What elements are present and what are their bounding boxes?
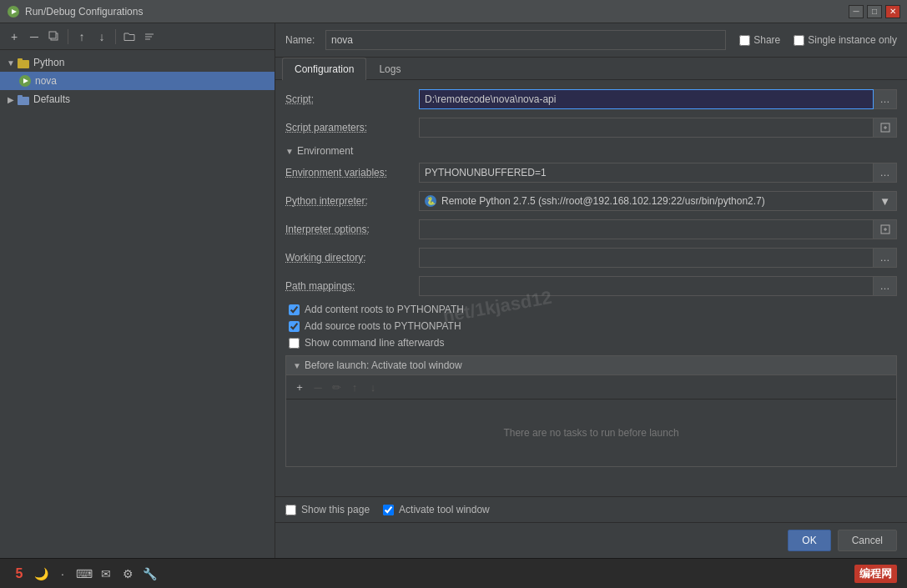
taskbar-icon-mail[interactable]: ✉ <box>97 565 115 583</box>
script-params-expand-button[interactable] <box>874 118 897 138</box>
show-page-row: Show this page <box>285 504 370 515</box>
add-content-roots-checkbox[interactable] <box>289 304 300 315</box>
working-dir-input[interactable] <box>419 248 874 268</box>
env-vars-label: Environment variables: <box>285 167 419 178</box>
tree-label-python: Python <box>33 57 64 68</box>
taskbar-icon-keyboard[interactable]: ⌨ <box>75 565 93 583</box>
minimize-button[interactable]: ─ <box>849 5 864 18</box>
taskbar: 5 🌙 · ⌨ ✉ ⚙ 🔧 编程网 <box>0 558 907 588</box>
name-label: Name: <box>285 34 319 46</box>
before-launch-header: ▼ Before launch: Activate tool window <box>286 356 896 375</box>
before-launch-empty-text: There are no tasks to run before launch <box>503 427 678 439</box>
activate-tool-window-label: Activate tool window <box>399 504 490 515</box>
show-page-checkbox[interactable] <box>285 505 296 515</box>
right-panel: Name: Share Single instance only Configu… <box>275 23 907 558</box>
activate-tool-window-checkbox[interactable] <box>383 505 394 515</box>
cancel-button[interactable]: Cancel <box>838 530 897 551</box>
script-label: Script: <box>285 93 419 105</box>
before-launch-remove-button[interactable]: ─ <box>310 379 326 395</box>
share-label: Share <box>753 34 780 46</box>
tree-toggle-python[interactable]: ▼ <box>5 57 17 68</box>
environment-section-header[interactable]: ▼ Environment <box>285 145 897 157</box>
svg-rect-12 <box>18 95 23 98</box>
single-instance-label: Single instance only <box>808 34 897 46</box>
interpreter-row: Python interpreter: 🐍 Remote Python 2.7.… <box>285 190 897 212</box>
show-command-line-row: Show command line afterwards <box>285 337 897 349</box>
interpreter-label: Python interpreter: <box>285 195 419 207</box>
config-tree: ▼ Python <box>0 50 275 558</box>
tree-item-python-group[interactable]: ▼ Python <box>0 53 275 72</box>
folder-button[interactable] <box>120 28 139 46</box>
bottom-checkboxes: Show this page Activate tool window <box>275 496 907 522</box>
before-launch-title: Before launch: Activate tool window <box>305 359 462 371</box>
content-area: + ─ ↑ ↓ <box>0 23 907 558</box>
before-launch-toolbar: + ─ ✏ ↑ ↓ <box>286 375 896 400</box>
before-launch-move-up-button[interactable]: ↑ <box>346 379 363 395</box>
sort-button[interactable] <box>140 28 159 46</box>
title-bar: Run/Debug Configurations ─ □ ✕ <box>0 0 907 23</box>
svg-rect-8 <box>18 58 23 61</box>
interpreter-options-expand-button[interactable] <box>874 219 897 239</box>
svg-rect-3 <box>49 32 56 38</box>
tab-logs[interactable]: Logs <box>366 58 413 80</box>
env-vars-value: PYTHONUNBUFFERED=1 <box>419 163 874 183</box>
maximize-button[interactable]: □ <box>867 5 882 18</box>
path-mappings-browse-button[interactable]: … <box>874 276 897 296</box>
remove-config-button[interactable]: ─ <box>25 28 43 46</box>
tree-label-defaults: Defaults <box>33 93 70 105</box>
interpreter-dropdown[interactable]: 🐍 Remote Python 2.7.5 (ssh://root@192.16… <box>419 191 874 211</box>
ok-button[interactable]: OK <box>788 530 830 551</box>
add-config-button[interactable]: + <box>5 28 23 46</box>
tab-configuration[interactable]: Configuration <box>282 58 366 80</box>
taskbar-icon-gear[interactable]: ⚙ <box>118 565 137 583</box>
tree-item-nova[interactable]: nova <box>0 72 275 90</box>
show-command-line-label: Show command line afterwards <box>305 337 444 349</box>
interpreter-text: Remote Python 2.7.5 (ssh://root@192.168.… <box>441 195 868 207</box>
defaults-icon <box>17 93 30 106</box>
before-launch-add-button[interactable]: + <box>291 379 308 395</box>
working-dir-browse-button[interactable]: … <box>874 248 897 268</box>
interpreter-options-input[interactable] <box>419 219 874 239</box>
before-launch-content: There are no tasks to run before launch <box>286 400 896 466</box>
before-launch-edit-button[interactable]: ✏ <box>328 379 345 395</box>
interpreter-dropdown-arrow[interactable]: ▼ <box>874 191 897 211</box>
activate-tool-window-row: Activate tool window <box>383 504 490 515</box>
move-down-button[interactable]: ↓ <box>93 28 111 46</box>
script-params-input[interactable] <box>419 118 874 138</box>
working-dir-row: Working directory: … <box>285 247 897 269</box>
script-row: Script: … <box>285 88 897 110</box>
show-command-line-checkbox[interactable] <box>289 338 300 349</box>
share-checkbox[interactable] <box>739 35 750 46</box>
tree-label-nova: nova <box>35 75 57 87</box>
taskbar-icon-wrench[interactable]: 🔧 <box>140 565 159 583</box>
before-launch-move-down-button[interactable]: ↓ <box>365 379 381 395</box>
env-vars-row: Environment variables: PYTHONUNBUFFERED=… <box>285 162 897 183</box>
tree-toggle-defaults[interactable]: ▶ <box>5 93 17 105</box>
interpreter-options-row: Interpreter options: <box>285 219 897 240</box>
tabs-container: Configuration Logs <box>275 58 907 80</box>
before-launch-section: ▼ Before launch: Activate tool window + … <box>285 355 897 467</box>
script-input[interactable] <box>419 89 874 109</box>
copy-config-button[interactable] <box>45 28 63 46</box>
interpreter-options-label: Interpreter options: <box>285 224 419 235</box>
close-button[interactable]: ✕ <box>885 5 900 18</box>
show-page-label: Show this page <box>301 504 370 515</box>
python-group-icon <box>17 56 30 69</box>
title-icon <box>7 5 20 18</box>
taskbar-icon-s[interactable]: 5 <box>10 565 28 583</box>
add-source-roots-checkbox[interactable] <box>289 321 300 332</box>
name-input[interactable] <box>325 30 726 50</box>
add-source-roots-label: Add source roots to PYTHONPATH <box>305 320 461 332</box>
path-mappings-label: Path mappings: <box>285 280 419 292</box>
tree-item-defaults[interactable]: ▶ Defaults <box>0 90 275 108</box>
move-up-button[interactable]: ↑ <box>73 28 91 46</box>
taskbar-brand: 编程网 <box>854 565 897 583</box>
path-mappings-input[interactable] <box>419 276 874 296</box>
taskbar-icon-moon[interactable]: 🌙 <box>32 565 50 583</box>
env-vars-browse-button[interactable]: … <box>874 163 897 183</box>
share-area: Share <box>739 34 780 46</box>
environment-toggle-icon: ▼ <box>285 147 294 156</box>
svg-rect-7 <box>18 60 29 68</box>
single-instance-checkbox[interactable] <box>794 35 804 46</box>
script-browse-button[interactable]: … <box>874 89 897 109</box>
